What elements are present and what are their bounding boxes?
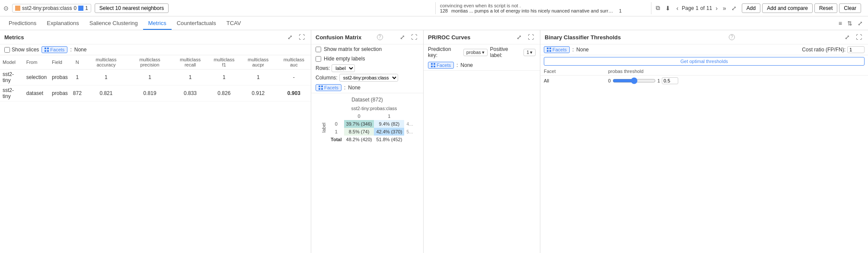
bc-col-facet: Facet bbox=[540, 67, 605, 76]
model-tag-label: sst2-tiny:probas:class bbox=[22, 5, 72, 11]
nav-sort-icon[interactable]: ⇅ bbox=[846, 19, 854, 28]
select-neighbors-button[interactable]: Select 10 nearest neighbors bbox=[95, 3, 169, 13]
reset-button[interactable]: Reset bbox=[814, 3, 837, 13]
cm-total-1: 51.8% (452) bbox=[374, 136, 404, 143]
cm-col-header: sst2-tiny:probas:class bbox=[344, 104, 405, 112]
cm-axis-spacer bbox=[319, 112, 329, 120]
row2-aucpr: 0.912 bbox=[239, 85, 277, 101]
confusion-fullscreen-icon[interactable]: ⛶ bbox=[409, 33, 419, 41]
row2-f1: 0.826 bbox=[209, 85, 239, 101]
confusion-facets-none: None bbox=[348, 85, 361, 91]
model-tag: sst2-tiny:probas:class 0 1 bbox=[12, 4, 91, 13]
rows-setting-row: Rows: label bbox=[311, 63, 423, 73]
clear-button[interactable]: Clear bbox=[839, 3, 861, 13]
page-of: of bbox=[700, 5, 705, 11]
facets-badge[interactable]: Facets bbox=[41, 46, 67, 53]
get-optimal-btn[interactable]: Get optimal thresholds bbox=[544, 57, 865, 66]
threshold-slider[interactable] bbox=[613, 77, 656, 84]
bc-facets-none: None bbox=[576, 47, 589, 53]
cm-row-spacer bbox=[329, 112, 344, 120]
cm-row-overflow-0: 4… bbox=[404, 120, 415, 128]
confusion-title: Confusion Matrix bbox=[316, 34, 361, 41]
cm-cell-10: 8.5% (74) bbox=[344, 128, 374, 136]
columns-label: Columns: bbox=[316, 75, 338, 81]
bc-info-icon[interactable]: ? bbox=[729, 34, 735, 40]
tab-explanations[interactable]: Explanations bbox=[41, 17, 84, 30]
pr-fullscreen-icon[interactable]: ⛶ bbox=[526, 33, 536, 41]
confusion-panel-header: Confusion Matrix ? ⤢ ⛶ bbox=[311, 30, 423, 44]
add-compare-button[interactable]: Add and compare bbox=[762, 3, 813, 13]
positive-value-badge[interactable]: 1 ▾ bbox=[523, 49, 536, 56]
copy-icon-button[interactable]: ⧉ bbox=[654, 3, 662, 13]
cm-axis-label: label bbox=[321, 123, 326, 133]
bc-fullscreen-icon[interactable]: ⛶ bbox=[854, 33, 864, 41]
cm-row-label-1: 1 bbox=[329, 128, 344, 136]
metrics-table: Model From Field N multiclass accuracy m… bbox=[0, 55, 311, 101]
positive-dropdown-arrow: ▾ bbox=[530, 50, 533, 55]
row1-aucpr: 1 bbox=[239, 70, 277, 85]
metrics-expand-icon[interactable]: ⤢ bbox=[286, 33, 294, 41]
show-slices-checkbox[interactable] bbox=[4, 47, 10, 53]
prediction-key-value: probas bbox=[466, 50, 481, 55]
prediction-key-badge[interactable]: probas ▾ bbox=[463, 49, 488, 56]
facets-colon: : bbox=[70, 47, 71, 53]
tab-tcav[interactable]: TCAV bbox=[221, 17, 246, 30]
expand-icon-button[interactable]: ⤢ bbox=[730, 4, 738, 13]
bc-table: Facet probas threshold All 0 1 bbox=[540, 67, 868, 86]
bc-panel-icons: ⤢ ⛶ bbox=[843, 33, 864, 41]
tab-salience-clustering[interactable]: Salience Clustering bbox=[84, 17, 143, 30]
prediction-key-dropdown-arrow: ▾ bbox=[482, 50, 485, 55]
row2-n: 872 bbox=[70, 85, 84, 101]
tab-predictions[interactable]: Predictions bbox=[3, 17, 41, 30]
metrics-panel-header: Metrics ⤢ ⛶ bbox=[0, 30, 311, 44]
add-button[interactable]: Add bbox=[742, 3, 760, 13]
top-bar-left: ⊙ sst2-tiny:probas:class 0 1 Select 10 n… bbox=[3, 3, 435, 13]
pr-panel-header: PR/ROC Curves ⤢ ⛶ bbox=[424, 30, 540, 44]
bc-facets-badge[interactable]: Facets bbox=[544, 46, 570, 53]
rows-dropdown[interactable]: label bbox=[332, 64, 355, 72]
row1-field: probas bbox=[49, 70, 70, 85]
bc-expand-icon[interactable]: ⤢ bbox=[843, 33, 852, 41]
cm-total-0: 48.2% (420) bbox=[344, 136, 374, 143]
prev-page-button[interactable]: ‹ bbox=[675, 4, 680, 13]
pr-expand-icon[interactable]: ⤢ bbox=[515, 33, 523, 41]
row1-n: 1 bbox=[70, 70, 84, 85]
tab-metrics[interactable]: Metrics bbox=[143, 17, 172, 30]
columns-dropdown[interactable]: sst2-tiny:probas:class bbox=[339, 74, 398, 82]
pr-facets-badge[interactable]: Facets bbox=[428, 62, 454, 69]
positive-label: Positive label: bbox=[490, 46, 521, 58]
pagination-area: ⧉ ⬇ bbox=[651, 3, 675, 13]
confusion-facets-badge[interactable]: Facets bbox=[316, 84, 341, 91]
facets-none: None bbox=[74, 47, 87, 53]
last-page-button[interactable]: » bbox=[721, 4, 728, 13]
metrics-panel-icons: ⤢ ⛶ bbox=[286, 33, 306, 41]
hide-empty-checkbox[interactable] bbox=[316, 56, 321, 62]
pr-title: PR/ROC Curves bbox=[428, 34, 470, 41]
cm-total-row: Total 48.2% (420) 51.8% (452) bbox=[319, 136, 415, 143]
prediction-key-row: Prediction key: probas ▾ Positive label:… bbox=[424, 44, 540, 60]
row2-recall: 0.833 bbox=[172, 85, 209, 101]
cm-total-label-spacer bbox=[319, 136, 329, 143]
bc-facets-label: Facets bbox=[552, 47, 567, 52]
col-accuracy: multiclass accuracy bbox=[84, 55, 128, 70]
tab-counterfactuals[interactable]: Counterfactuals bbox=[172, 17, 221, 30]
cost-ratio-input[interactable] bbox=[847, 46, 865, 53]
threshold-input[interactable] bbox=[662, 77, 678, 84]
confusion-info-icon[interactable]: ? bbox=[377, 34, 383, 40]
nav-expand-icon[interactable]: ⤢ bbox=[856, 19, 865, 28]
main-content: Metrics ⤢ ⛶ Show slices Facets : None bbox=[0, 30, 868, 253]
grid-icon bbox=[45, 47, 49, 52]
text-preview: convincing even when its script is not .… bbox=[435, 2, 651, 14]
bc-row-all: All 0 1 bbox=[540, 76, 868, 86]
bc-row-facet-all: All bbox=[540, 76, 605, 86]
nav-menu-icon[interactable]: ≡ bbox=[837, 19, 844, 28]
show-matrix-row: Show matrix for selection bbox=[311, 44, 423, 54]
next-page-button[interactable]: › bbox=[714, 4, 719, 13]
metrics-fullscreen-icon[interactable]: ⛶ bbox=[297, 33, 306, 41]
download-icon-button[interactable]: ⬇ bbox=[664, 4, 672, 13]
show-matrix-checkbox[interactable] bbox=[316, 47, 321, 52]
pr-panel-icons: ⤢ ⛶ bbox=[515, 33, 536, 41]
show-slices-label: Show slices bbox=[12, 47, 39, 53]
confusion-expand-icon[interactable]: ⤢ bbox=[398, 33, 407, 41]
col-f1: multiclass f1 bbox=[209, 55, 239, 70]
